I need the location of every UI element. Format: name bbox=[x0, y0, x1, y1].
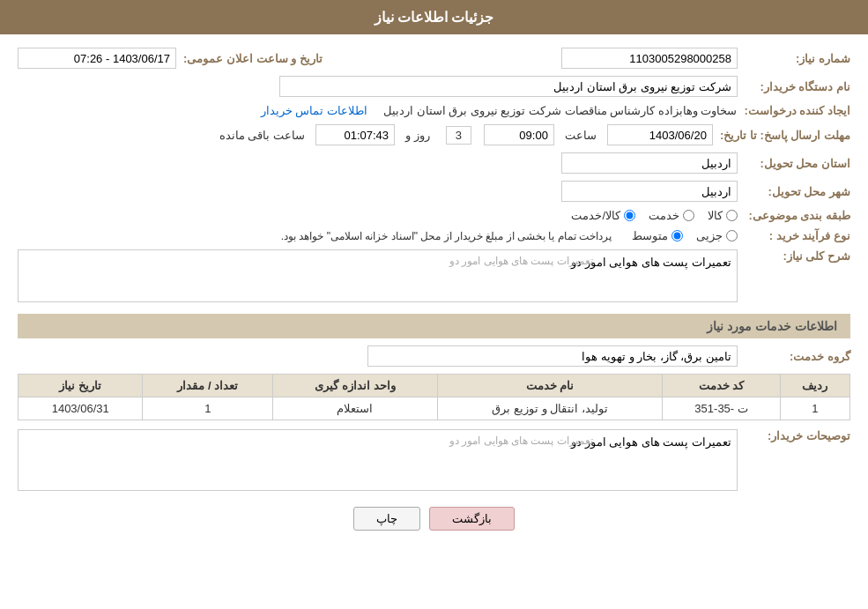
creator-label: ایجاد کننده درخواست: bbox=[744, 104, 850, 117]
cell-name: تولید، انتقال و توزیع برق bbox=[437, 397, 663, 420]
need-number-label: شماره نیاز: bbox=[745, 52, 850, 65]
table-row: 1ت -35-351تولید، انتقال و توزیع برقاستعل… bbox=[19, 397, 850, 420]
page-title: جزئیات اطلاعات نیاز bbox=[375, 10, 494, 25]
buyer-desc-textarea[interactable] bbox=[18, 429, 738, 491]
col-code: کد خدمت bbox=[663, 375, 780, 397]
proc-jozi-item: جزیی bbox=[696, 229, 738, 242]
proc-note: پرداخت تمام یا بخشی از مبلغ خریدار از مح… bbox=[281, 230, 612, 242]
row-province: استان محل تحویل: bbox=[18, 152, 850, 174]
cell-radif: 1 bbox=[780, 397, 849, 420]
remaining-time-input[interactable] bbox=[315, 124, 395, 145]
row-need-number: شماره نیاز: تاریخ و ساعت اعلان عمومی: bbox=[18, 48, 850, 69]
row-process: نوع فرآیند خرید : جزیی متوسط پرداخت تمام… bbox=[18, 229, 850, 242]
cell-count: 1 bbox=[143, 397, 273, 420]
deadline-time-label: ساعت bbox=[565, 129, 597, 142]
buyer-org-label: نام دستگاه خریدار: bbox=[745, 80, 850, 93]
proc-jozi-label: جزیی bbox=[696, 229, 723, 242]
category-radio-group: کالا خدمت کالا/خدمت bbox=[571, 209, 738, 222]
announcement-date-input[interactable] bbox=[18, 48, 176, 69]
col-radif: ردیف bbox=[780, 375, 849, 397]
row-creator: ایجاد کننده درخواست: سخاوت وهابزاده کارش… bbox=[18, 104, 850, 117]
cat-khadamat-item: خدمت bbox=[649, 209, 694, 222]
process-label: نوع فرآیند خرید : bbox=[745, 229, 850, 242]
cell-unit: استعلام bbox=[273, 397, 437, 420]
cat-kala-label: کالا bbox=[708, 209, 723, 222]
cell-date: 1403/06/31 bbox=[19, 397, 143, 420]
row-city: شهر محل تحویل: bbox=[18, 181, 850, 202]
col-name: نام خدمت bbox=[437, 375, 663, 397]
buttons-row: بازگشت چاپ bbox=[18, 507, 850, 548]
cat-kala-khadamat-label: کالا/خدمت bbox=[571, 209, 620, 222]
process-radio-group: جزیی متوسط bbox=[632, 229, 738, 242]
service-group-label: گروه خدمت: bbox=[745, 350, 850, 363]
province-input[interactable] bbox=[561, 152, 738, 174]
deadline-time-input[interactable] bbox=[484, 124, 554, 145]
city-input[interactable] bbox=[561, 181, 738, 202]
col-unit: واحد اندازه گیری bbox=[273, 375, 437, 397]
service-group-input[interactable] bbox=[367, 345, 738, 367]
category-label: طبقه بندی موضوعی: bbox=[745, 209, 850, 222]
deadline-label: مهلت ارسال پاسخ: تا تاریخ: bbox=[720, 129, 850, 142]
buyer-org-input[interactable] bbox=[279, 76, 738, 97]
row-deadline: مهلت ارسال پاسخ: تا تاریخ: ساعت 3 روز و … bbox=[18, 124, 850, 145]
row-service-group: گروه خدمت: bbox=[18, 345, 850, 367]
col-count: تعداد / مقدار bbox=[143, 375, 273, 397]
need-desc-textarea[interactable] bbox=[18, 249, 738, 302]
cat-kala-khadamat-item: کالا/خدمت bbox=[571, 209, 635, 222]
deadline-day-label: روز و bbox=[405, 129, 430, 142]
service-table: ردیف کد خدمت نام خدمت واحد اندازه گیری ت… bbox=[18, 374, 850, 420]
buyer-desc-label: توصیحات خریدار: bbox=[745, 429, 850, 442]
proc-motevaset-label: متوسط bbox=[632, 229, 668, 242]
announcement-date-label: تاریخ و ساعت اعلان عمومی: bbox=[183, 52, 323, 65]
deadline-date-input[interactable] bbox=[607, 124, 713, 145]
cat-kala-radio[interactable] bbox=[726, 210, 738, 221]
city-label: شهر محل تحویل: bbox=[745, 185, 850, 198]
page-header: جزئیات اطلاعات نیاز bbox=[0, 0, 868, 34]
need-desc-label: شرح کلی نیاز: bbox=[745, 249, 850, 263]
col-date: تاریخ نیاز bbox=[19, 375, 143, 397]
cat-khadamat-label: خدمت bbox=[649, 209, 679, 222]
print-button[interactable]: چاپ bbox=[353, 507, 420, 531]
remaining-label: ساعت باقی مانده bbox=[219, 129, 305, 142]
proc-jozi-radio[interactable] bbox=[726, 230, 738, 241]
row-buyer-org: نام دستگاه خریدار: bbox=[18, 76, 850, 97]
row-buyer-desc: توصیحات خریدار: تعمیرات پست های هوایی ام… bbox=[18, 429, 850, 494]
cat-kala-khadamat-radio[interactable] bbox=[624, 210, 635, 221]
proc-motevaset-radio[interactable] bbox=[671, 230, 683, 241]
cell-code: ت -35-351 bbox=[663, 397, 780, 420]
proc-motevaset-item: متوسط bbox=[632, 229, 683, 242]
back-button[interactable]: بازگشت bbox=[429, 507, 515, 531]
services-section-title: اطلاعات خدمات مورد نیاز bbox=[18, 314, 850, 338]
cat-kala-item: کالا bbox=[708, 209, 738, 222]
row-category: طبقه بندی موضوعی: کالا خدمت کالا/خدمت bbox=[18, 209, 850, 222]
contact-info-link[interactable]: اطلاعات تماس خریدار bbox=[261, 104, 367, 117]
row-need-desc: شرح کلی نیاز: تعمیرات پست های هوایی امور… bbox=[18, 249, 850, 305]
cat-khadamat-radio[interactable] bbox=[683, 210, 694, 221]
province-label: استان محل تحویل: bbox=[745, 157, 850, 170]
deadline-days-value: 3 bbox=[446, 126, 471, 145]
need-number-input[interactable] bbox=[561, 48, 738, 69]
creator-value: سخاوت وهابزاده کارشناس مناقصات شرکت توزی… bbox=[383, 104, 738, 117]
